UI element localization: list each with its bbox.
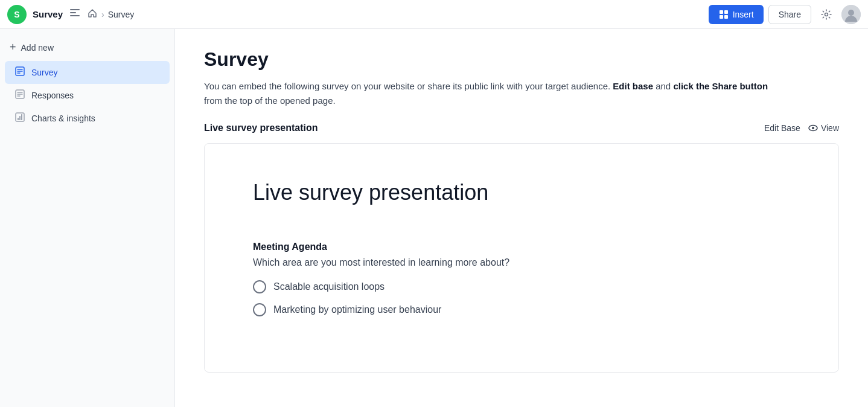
sidebar-item-survey-label: Survey bbox=[31, 68, 58, 77]
responses-icon bbox=[14, 89, 25, 102]
radio-option-2[interactable]: Marketing by optimizing user behaviour bbox=[253, 303, 790, 316]
main-layout: + Add new Survey bbox=[0, 29, 868, 407]
survey-icon bbox=[14, 66, 25, 79]
add-new-button[interactable]: + Add new bbox=[0, 36, 174, 59]
breadcrumb-separator: › bbox=[101, 10, 104, 19]
section-header: Live survey presentation Edit Base View bbox=[204, 123, 839, 133]
survey-card-title: Live survey presentation bbox=[253, 180, 790, 205]
breadcrumb-current: Survey bbox=[108, 10, 135, 19]
user-avatar[interactable] bbox=[841, 5, 861, 24]
sidebar-item-responses[interactable]: Responses bbox=[5, 84, 170, 107]
svg-rect-1 bbox=[70, 12, 76, 13]
radio-label-2: Marketing by optimizing user behaviour bbox=[273, 304, 441, 315]
sidebar-toggle-icon[interactable] bbox=[69, 7, 81, 22]
svg-rect-4 bbox=[724, 10, 728, 14]
page-title: Survey bbox=[204, 48, 839, 71]
radio-circle-2 bbox=[253, 303, 266, 316]
charts-icon bbox=[14, 112, 25, 125]
edit-base-button[interactable]: Edit Base bbox=[764, 123, 800, 133]
app-avatar: S bbox=[7, 5, 27, 24]
svg-rect-2 bbox=[70, 15, 80, 16]
sidebar-item-charts-label: Charts & insights bbox=[31, 114, 95, 123]
section-title: Live survey presentation bbox=[204, 123, 318, 133]
topnav-right: Insert Share bbox=[709, 4, 861, 25]
radio-label-1: Scalable acquisition loops bbox=[273, 281, 385, 292]
breadcrumb: › Survey bbox=[87, 8, 134, 21]
share-button[interactable]: Share bbox=[768, 5, 811, 24]
click-share-inline: click the Share button bbox=[673, 81, 768, 91]
svg-rect-6 bbox=[724, 15, 728, 19]
sidebar-item-charts[interactable]: Charts & insights bbox=[5, 107, 170, 130]
svg-rect-19 bbox=[18, 118, 19, 120]
svg-rect-5 bbox=[720, 15, 723, 19]
radio-circle-1 bbox=[253, 280, 266, 293]
svg-rect-21 bbox=[21, 114, 22, 120]
svg-rect-3 bbox=[720, 10, 723, 14]
question-text: Which area are you most interested in le… bbox=[253, 257, 790, 268]
svg-rect-0 bbox=[70, 9, 80, 10]
page-description: You can embed the following survey on yo… bbox=[204, 79, 839, 108]
topnav-left: S Survey › Survey bbox=[7, 5, 701, 24]
survey-preview-card: Live survey presentation Meeting Agenda … bbox=[204, 143, 839, 373]
home-icon[interactable] bbox=[87, 8, 98, 21]
svg-point-9 bbox=[848, 10, 854, 16]
sidebar-item-responses-label: Responses bbox=[31, 91, 74, 100]
question-block: Meeting Agenda Which area are you most i… bbox=[253, 242, 790, 316]
sidebar: + Add new Survey bbox=[0, 29, 175, 407]
svg-rect-20 bbox=[19, 116, 21, 120]
edit-base-inline: Edit base bbox=[613, 81, 653, 91]
main-content: Survey You can embed the following surve… bbox=[175, 29, 868, 407]
settings-button[interactable] bbox=[816, 4, 837, 25]
question-section: Meeting Agenda bbox=[253, 242, 790, 252]
app-title: Survey bbox=[33, 9, 63, 19]
section-actions: Edit Base View bbox=[764, 123, 839, 133]
svg-point-7 bbox=[825, 13, 828, 16]
radio-option-1[interactable]: Scalable acquisition loops bbox=[253, 280, 790, 293]
top-navigation: S Survey › Survey bbox=[0, 0, 868, 29]
svg-point-23 bbox=[812, 127, 814, 129]
view-button[interactable]: View bbox=[808, 123, 839, 133]
add-icon: + bbox=[10, 41, 16, 54]
insert-button[interactable]: Insert bbox=[709, 5, 764, 24]
sidebar-item-survey[interactable]: Survey bbox=[5, 61, 170, 84]
